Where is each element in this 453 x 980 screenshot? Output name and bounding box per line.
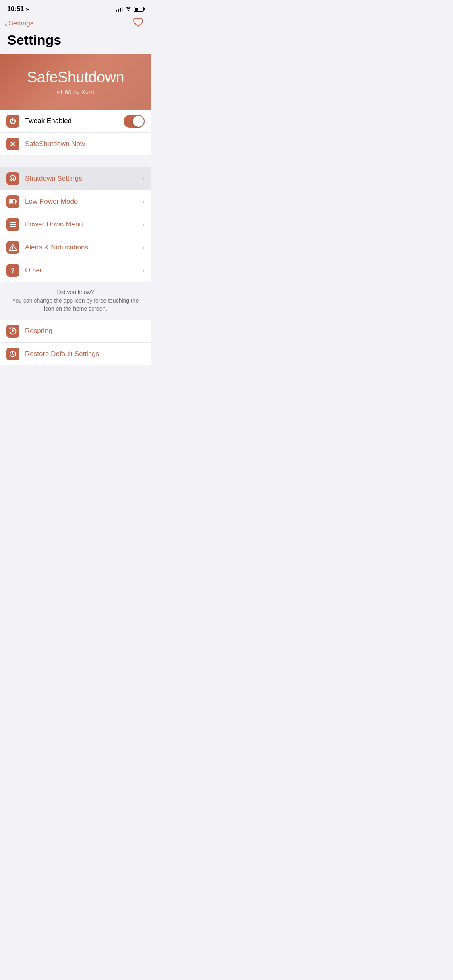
svg-point-4 <box>13 177 15 179</box>
shutdown-settings-label: Shutdown Settings <box>25 175 142 183</box>
restore-defaults-label: Restore Default Settings <box>25 350 145 358</box>
wifi-icon <box>125 6 132 12</box>
svg-point-13 <box>12 272 13 273</box>
svg-line-16 <box>13 329 14 330</box>
respring-icon <box>6 325 19 338</box>
tweak-enabled-label: Tweak Enabled <box>25 117 124 125</box>
low-power-mode-chevron-icon: › <box>142 198 145 206</box>
tweak-enabled-row[interactable]: Tweak Enabled <box>0 110 151 133</box>
page-title-section: Settings <box>0 31 151 54</box>
low-power-mode-label: Low Power Mode <box>25 198 142 206</box>
location-icon: ➤ <box>25 7 29 12</box>
tweak-enabled-toggle[interactable] <box>124 115 145 128</box>
svg-rect-6 <box>10 200 13 203</box>
menu-icon <box>6 218 19 231</box>
skull-icon <box>6 172 19 185</box>
shutdown-settings-chevron-icon: › <box>142 175 145 183</box>
respring-row[interactable]: Respring <box>0 320 151 343</box>
battery-low-icon <box>6 195 19 208</box>
svg-point-2 <box>10 175 16 181</box>
respring-label: Respring <box>25 327 145 335</box>
status-time: 10:51 ➤ <box>7 6 29 13</box>
restore-defaults-row[interactable]: Restore Default Settings <box>0 343 151 365</box>
other-row[interactable]: Other › <box>0 259 151 282</box>
page-title: Settings <box>7 32 61 47</box>
safeshutdown-now-row[interactable]: SafeShutdown Now <box>0 133 151 155</box>
footer-tip: Did you know? You can change the app ico… <box>0 282 151 320</box>
x-icon <box>6 138 19 150</box>
safeshutdown-now-label: SafeShutdown Now <box>25 140 145 148</box>
signal-icon <box>116 7 123 12</box>
svg-point-3 <box>11 177 13 179</box>
alerts-notifications-row[interactable]: Alerts & Notifications › <box>0 236 151 259</box>
section-divider-1 <box>0 155 151 167</box>
power-down-menu-row[interactable]: Power Down Menu › <box>0 213 151 236</box>
nav-bar: ‹ Settings <box>0 15 151 31</box>
favorite-button[interactable] <box>132 17 144 30</box>
restore-icon <box>6 348 19 360</box>
alert-icon <box>6 241 19 254</box>
section-3: Respring Restore Default Settings <box>0 320 151 365</box>
back-button[interactable]: ‹ Settings <box>5 19 33 28</box>
power-down-menu-chevron-icon: › <box>142 220 145 229</box>
hero-subtitle: v1.60 by Kurrt <box>8 89 143 95</box>
alerts-notifications-label: Alerts & Notifications <box>25 243 142 251</box>
svg-rect-8 <box>10 222 16 223</box>
footer-tip-title: Did you know? <box>10 289 141 295</box>
power-down-menu-label: Power Down Menu <box>25 220 142 229</box>
status-icons <box>116 6 144 12</box>
time-display: 10:51 <box>7 6 24 13</box>
power-icon <box>6 115 19 128</box>
low-power-mode-row[interactable]: Low Power Mode › <box>0 190 151 213</box>
svg-rect-10 <box>10 226 16 227</box>
footer-tip-body: You can change the app icon by force tou… <box>10 297 141 313</box>
battery-status-icon <box>134 7 144 12</box>
back-label: Settings <box>9 19 33 27</box>
svg-rect-7 <box>15 200 17 202</box>
hero-banner: SafeShutdown v1.60 by Kurrt <box>0 54 151 110</box>
other-label: Other <box>25 266 142 274</box>
svg-point-12 <box>12 249 13 250</box>
back-chevron-icon: ‹ <box>5 19 8 28</box>
question-icon <box>6 264 19 277</box>
hero-title: SafeShutdown <box>8 69 143 86</box>
shutdown-settings-row[interactable]: Shutdown Settings › <box>0 167 151 190</box>
section-2: Shutdown Settings › Low Power Mode › Pow… <box>0 167 151 282</box>
other-chevron-icon: › <box>142 266 145 274</box>
section-1: Tweak Enabled SafeShutdown Now <box>0 110 151 155</box>
svg-line-20 <box>13 354 14 355</box>
alerts-notifications-chevron-icon: › <box>142 243 145 251</box>
svg-rect-9 <box>10 224 16 225</box>
status-bar: 10:51 ➤ <box>0 0 151 15</box>
